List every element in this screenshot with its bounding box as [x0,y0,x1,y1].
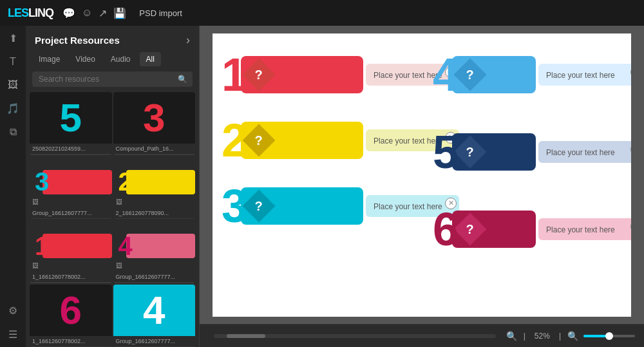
image-icon-small: 🖼 [116,198,122,205]
resource-label: Group_16612607777... [113,272,196,282]
scrollbar-thumb[interactable] [227,334,265,338]
text-4: Place your text here [546,71,615,80]
question-mark-2: ? [255,133,263,147]
zoom-slider[interactable] [583,335,635,337]
text-5: Place your text here [546,148,615,157]
page-title: PSD import [139,8,182,18]
num-4: 4 [433,52,459,98]
text-3: Place your text here [374,202,442,211]
close-button-4[interactable]: ✕ [630,66,631,78]
canvas-area: 1 ? ✕ Place your text here 2 [200,26,644,347]
resource-label: Group_16612607777... [30,208,112,218]
resource-item[interactable]: 4 🖼 Group_16612607777... [113,220,196,283]
search-bar: 🔍 [32,71,193,87]
resource-item[interactable]: 5 250820221024559... [30,92,112,155]
save-icon[interactable]: 💾 [113,7,126,19]
bottom-bar: 🔍 | 52% | 🔍 [200,324,644,347]
text-2: Place your text here [374,136,442,145]
image-icon-small: 🖼 [32,198,39,205]
num-1: 1 [222,52,247,98]
comment-icon[interactable]: 💬 [62,7,75,19]
main-layout: ⬆ T 🖼 🎵 ⧉ ⚙ ☰ Project Resources › Image … [0,26,644,347]
resource-label: Group_16612607777... [113,336,196,346]
infographic-item-5: 5 ? ✕ Place your text here [433,129,631,175]
image-icon-small: 🖼 [32,262,39,269]
upload-icon[interactable]: ⬆ [9,32,17,44]
horizontal-scrollbar[interactable] [214,334,496,338]
share-icon[interactable]: ↗ [99,7,107,19]
zoom-level: 52% [535,332,550,341]
topbar-icons: 💬 ☺ ↗ 💾 [62,7,126,19]
resource-item[interactable]: 6 1_1661260778002... [30,285,112,348]
resource-item[interactable]: 3 Compound_Path_16... [113,92,196,155]
resource-label: 250820221024559... [30,144,112,154]
infographic-item-3: 3 ? ✕ Place your text here [222,183,459,229]
num-6: 6 [433,206,459,252]
question-mark-1: ? [255,67,263,82]
sidebar-tabs: Image Video Audio All [26,52,199,71]
close-button-5[interactable]: ✕ [630,144,631,155]
search-input[interactable] [32,71,193,87]
infographic-item-4: 4 ? ✕ Place your text here [433,52,631,98]
sidebar-header: Project Resources › [26,26,199,52]
emoji-icon[interactable]: ☺ [82,7,92,19]
stack-icon[interactable]: ☰ [8,328,17,341]
infographic-item-2: 2 ? ✕ Place your text here [222,117,459,164]
resource-item[interactable]: 3 🖼 Group_16612607777... [30,156,112,220]
tab-audio[interactable]: Audio [104,52,137,66]
search-icon: 🔍 [178,75,187,84]
tab-all[interactable]: All [140,52,161,66]
num-3: 3 [222,183,247,229]
resource-item[interactable]: 1 🖼 1_1661260778002... [30,220,112,283]
resource-label: 1_1661260778002... [30,336,112,346]
image-icon-small: 🖼 [116,262,122,269]
zoom-slider-thumb[interactable] [605,332,613,340]
resource-label: 1_1661260778002... [30,272,112,282]
question-mark-4: ? [466,67,474,82]
canvas[interactable]: 1 ? ✕ Place your text here 2 [213,33,631,317]
infographic-item-1: 1 ? ✕ Place your text here [222,52,459,98]
question-mark-6: ? [466,221,474,236]
sidebar: Project Resources › Image Video Audio Al… [26,26,200,347]
resource-item[interactable]: 4 Group_16612607777... [113,285,196,348]
zoom-out-icon[interactable]: 🔍 [506,331,517,341]
text-icon[interactable]: T [10,56,16,68]
resource-label: Compound_Path_16... [113,144,196,154]
settings-icon[interactable]: ⚙ [8,305,17,317]
audio-icon[interactable]: 🎵 [6,102,19,115]
icon-bar: ⬆ T 🖼 🎵 ⧉ ⚙ ☰ [0,26,26,347]
tab-image[interactable]: Image [32,52,66,66]
infographic-item-6: 6 ? ✕ Place your text here [433,206,631,252]
question-mark-5: ? [466,144,474,159]
text-6: Place your text here [546,225,615,234]
resources-grid: 5 250820221024559... 3 Compound_Path_16.… [26,92,199,347]
sidebar-title: Project Resources [35,35,120,46]
tab-video[interactable]: Video [69,52,101,66]
image-icon[interactable]: 🖼 [8,79,18,91]
close-button-6[interactable]: ✕ [630,221,631,232]
sidebar-close-button[interactable]: › [186,33,190,47]
layers-icon[interactable]: ⧉ [10,126,17,138]
top-bar: LESLINQ 💬 ☺ ↗ 💾 PSD import [0,0,644,26]
canvas-wrapper: 1 ? ✕ Place your text here 2 [200,26,644,324]
question-mark-3: ? [255,198,263,213]
logo: LESLINQ [8,6,53,20]
zoom-in-icon[interactable]: 🔍 [567,331,578,341]
text-1: Place your text here [374,71,442,80]
resource-item[interactable]: 2 🖼 2_1661260778090... [113,156,196,220]
num-5: 5 [433,129,459,175]
num-2: 2 [222,117,247,164]
resource-label: 2_1661260778090... [113,208,196,218]
